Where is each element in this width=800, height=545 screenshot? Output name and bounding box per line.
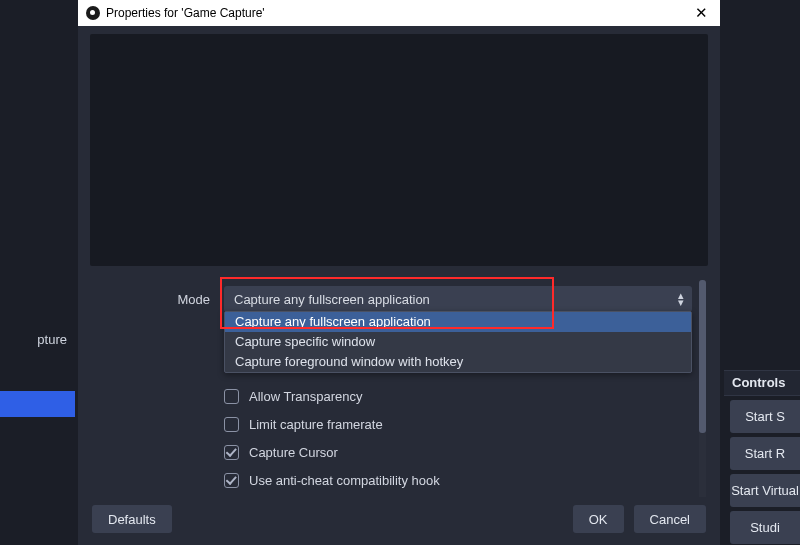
bg-controls-header: Controls xyxy=(724,370,800,396)
mode-dropdown-list: Capture any fullscreen application Captu… xyxy=(224,311,692,373)
bg-source-item-selected[interactable] xyxy=(0,391,75,417)
mode-option-specific-window[interactable]: Capture specific window xyxy=(225,332,691,352)
capture-cursor-label: Capture Cursor xyxy=(249,445,338,460)
chevron-up-down-icon: ▴▾ xyxy=(678,292,684,306)
allow-transparency-label: Allow Transparency xyxy=(249,389,362,404)
mode-option-fullscreen[interactable]: Capture any fullscreen application xyxy=(225,312,691,332)
limit-framerate-checkbox[interactable] xyxy=(224,417,239,432)
scrollbar-thumb[interactable] xyxy=(699,280,706,433)
dialog-titlebar: Properties for 'Game Capture' ✕ xyxy=(78,0,720,26)
mode-select-value: Capture any fullscreen application xyxy=(234,292,430,307)
bg-start-virtual-cam-button[interactable]: Start Virtual xyxy=(730,474,800,507)
bg-source-item[interactable]: pture xyxy=(0,325,75,355)
dialog-title: Properties for 'Game Capture' xyxy=(106,6,686,20)
scrollbar[interactable] xyxy=(699,280,706,497)
dialog-footer: Defaults OK Cancel xyxy=(78,497,720,545)
bg-studio-mode-button[interactable]: Studi xyxy=(730,511,800,544)
limit-framerate-label: Limit capture framerate xyxy=(249,417,383,432)
capture-preview-area xyxy=(90,34,708,266)
properties-dialog: Properties for 'Game Capture' ✕ Mode Cap… xyxy=(78,0,720,545)
properties-form: Mode Capture any fullscreen application … xyxy=(90,280,708,497)
anti-cheat-hook-checkbox[interactable] xyxy=(224,473,239,488)
mode-option-foreground-hotkey[interactable]: Capture foreground window with hotkey xyxy=(225,352,691,372)
close-icon[interactable]: ✕ xyxy=(686,4,716,22)
allow-transparency-checkbox[interactable] xyxy=(224,389,239,404)
bg-controls-panel: Controls Start S Start R Start Virtual S… xyxy=(724,370,800,544)
mode-label: Mode xyxy=(90,292,224,307)
bg-source-item-label: pture xyxy=(37,332,67,347)
obs-app-icon xyxy=(86,6,100,20)
dialog-body: Mode Capture any fullscreen application … xyxy=(78,26,720,497)
bg-source-list: pture xyxy=(0,325,75,417)
cancel-button[interactable]: Cancel xyxy=(634,505,706,533)
mode-select[interactable]: Capture any fullscreen application ▴▾ xyxy=(224,286,692,312)
ok-button[interactable]: OK xyxy=(573,505,624,533)
bg-start-recording-button[interactable]: Start R xyxy=(730,437,800,470)
anti-cheat-hook-label: Use anti-cheat compatibility hook xyxy=(249,473,440,488)
defaults-button[interactable]: Defaults xyxy=(92,505,172,533)
bg-start-streaming-button[interactable]: Start S xyxy=(730,400,800,433)
capture-cursor-checkbox[interactable] xyxy=(224,445,239,460)
